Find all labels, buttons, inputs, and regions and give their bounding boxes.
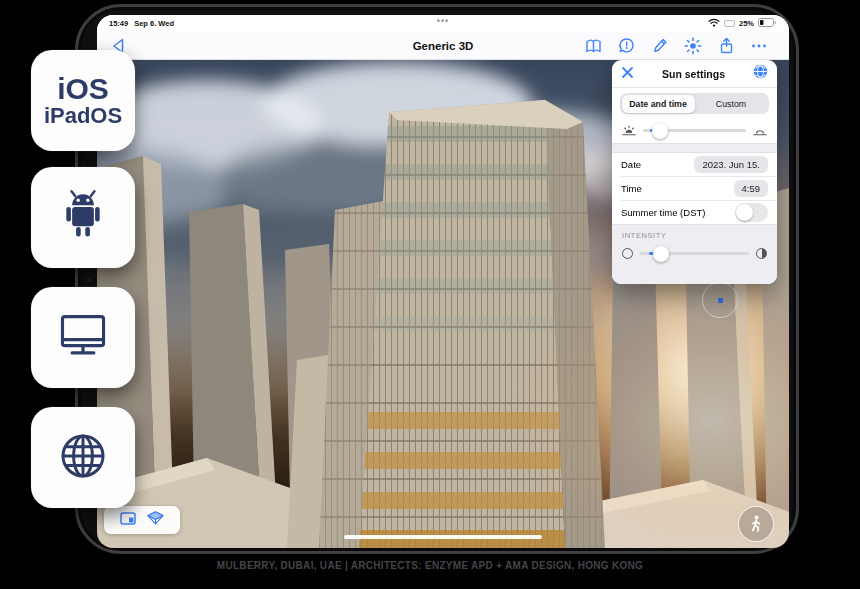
intensity-label: INTENSITY <box>612 225 777 242</box>
battery-percent: 25% <box>739 19 754 28</box>
toggle-knob <box>736 204 753 221</box>
sun-dot <box>718 298 723 303</box>
circle-empty-icon <box>622 248 633 259</box>
intensity-section: INTENSITY <box>612 224 777 275</box>
tab-date-and-time[interactable]: Date and time <box>622 95 695 113</box>
android-icon <box>54 186 112 250</box>
view-layers-button[interactable] <box>120 511 136 529</box>
marketing-composite: 15:49 Sep 6. Wed ••• 25% <box>0 0 860 589</box>
sunrise-icon <box>622 122 636 140</box>
share-button[interactable] <box>718 37 735 55</box>
feedback-bubble-button[interactable] <box>618 37 635 54</box>
sun-position-indicator[interactable] <box>702 282 738 318</box>
bookmarks-button[interactable] <box>585 38 602 54</box>
globe-icon[interactable] <box>753 64 768 83</box>
date-value[interactable]: 2023. Jun 15. <box>694 156 768 173</box>
view-controls <box>104 506 180 534</box>
tab-custom[interactable]: Custom <box>695 95 768 113</box>
front-camera <box>86 277 92 283</box>
ipad-device-frame: 15:49 Sep 6. Wed ••• 25% <box>75 4 799 554</box>
status-indicator-icon <box>724 20 735 27</box>
summer-time-toggle[interactable] <box>735 203 768 222</box>
sun-settings-panel: Sun settings Date and time Custom <box>612 60 777 284</box>
summer-time-row: Summer time (DST) <box>612 201 777 224</box>
time-slider-thumb[interactable] <box>652 123 668 139</box>
wifi-icon <box>708 18 720 29</box>
summer-time-label: Summer time (DST) <box>621 207 705 218</box>
panel-title: Sun settings <box>634 68 753 80</box>
panel-footer <box>612 275 777 284</box>
desktop-monitor-icon <box>54 309 112 367</box>
close-icon[interactable] <box>621 65 634 83</box>
walk-mode-button[interactable] <box>738 506 774 542</box>
intensity-slider-thumb[interactable] <box>653 246 669 262</box>
intensity-slider <box>612 242 777 259</box>
sunset-icon <box>753 122 767 140</box>
sun-settings-button[interactable] <box>684 37 702 55</box>
web-globe-icon <box>53 426 113 490</box>
time-value[interactable]: 4:59 <box>734 180 769 197</box>
page-title: Generic 3D <box>413 40 474 52</box>
project-caption: MULBERRY, DUBAI, UAE | ARCHITECTS: ENZYM… <box>0 560 860 571</box>
time-label: Time <box>621 183 642 194</box>
status-bar: 15:49 Sep 6. Wed ••• 25% <box>97 15 789 32</box>
home-indicator[interactable] <box>344 535 542 540</box>
battery-icon <box>758 18 777 29</box>
multitask-handle[interactable]: ••• <box>437 16 449 26</box>
navigation-bar: Generic 3D <box>97 32 789 60</box>
mode-tabs: Date and time Custom <box>612 88 777 118</box>
time-row: Time 4:59 <box>612 177 777 200</box>
date-label: Date <box>621 159 641 170</box>
platform-badge-desktop <box>31 287 135 388</box>
intensity-slider-track[interactable] <box>640 252 749 255</box>
platform-badge-ios: iOS iPadOS <box>31 50 135 151</box>
section-separator <box>612 143 777 153</box>
markup-pencil-button[interactable] <box>651 37 668 54</box>
status-time: 15:49 <box>109 19 128 28</box>
ios-label: iOS <box>57 73 109 105</box>
time-of-day-slider <box>612 118 777 143</box>
date-row: Date 2023. Jun 15. <box>612 153 777 176</box>
platform-badge-android <box>31 167 135 268</box>
platform-badge-web <box>31 407 135 508</box>
ipados-label: iPadOS <box>44 104 122 128</box>
more-ellipsis-button[interactable] <box>751 43 767 49</box>
circle-halffill-icon <box>756 248 767 259</box>
status-date: Sep 6. Wed <box>134 19 174 28</box>
time-slider-track[interactable] <box>643 129 746 132</box>
ipad-screen: 15:49 Sep 6. Wed ••• 25% <box>97 15 789 548</box>
axonometric-view-button[interactable] <box>147 511 164 529</box>
3d-viewport[interactable]: Sun settings Date and time Custom <box>97 60 789 548</box>
